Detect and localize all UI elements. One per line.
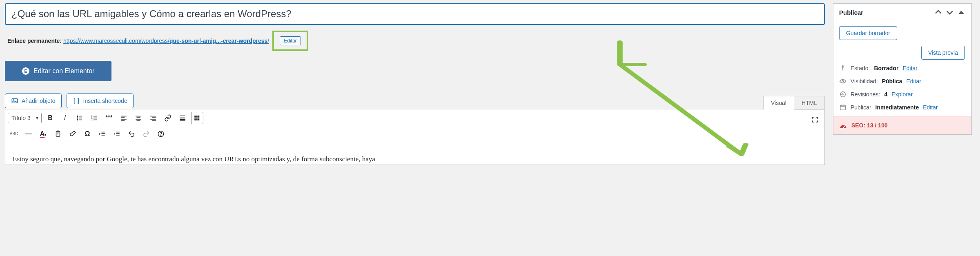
align-center-button[interactable]	[132, 112, 145, 124]
publish-date-value: inmediatamente	[875, 104, 919, 111]
outdent-button[interactable]	[96, 128, 108, 140]
align-center-icon	[135, 114, 142, 122]
svg-rect-34	[194, 117, 196, 118]
text-color-letter: A	[40, 130, 45, 138]
eraser-icon	[69, 130, 76, 138]
strikethrough-button[interactable]: ABC	[8, 128, 20, 140]
panel-collapse-button[interactable]	[957, 8, 966, 17]
editor-tabs: Visual HTML	[5, 96, 825, 110]
toolbar-toggle-button[interactable]	[191, 112, 203, 124]
seo-score-bar: SEO: 13 / 100	[833, 116, 971, 134]
visibility-edit-link[interactable]: Editar	[906, 78, 921, 85]
save-draft-button[interactable]: Guardar borrador	[839, 26, 897, 40]
svg-rect-38	[196, 119, 198, 120]
publish-date-row: Publicar inmediatamente Editar	[839, 104, 966, 111]
svg-rect-27	[180, 117, 185, 118]
hr-button[interactable]: —	[22, 128, 35, 140]
chevron-up-icon	[934, 8, 943, 17]
undo-button[interactable]	[125, 128, 138, 140]
svg-rect-28	[180, 118, 185, 119]
panel-move-up-button[interactable]	[934, 8, 943, 17]
status-value: Borrador	[874, 65, 898, 71]
permalink-edit-button[interactable]: Editar	[280, 36, 301, 45]
panel-move-down-button[interactable]	[945, 8, 954, 17]
indent-icon	[113, 130, 120, 138]
clear-formatting-button[interactable]	[67, 128, 79, 140]
svg-rect-11	[94, 118, 97, 118]
publish-panel: Publicar Guardar borrador Vista prev	[833, 3, 972, 135]
svg-point-2	[77, 116, 78, 117]
svg-rect-7	[79, 120, 82, 120]
svg-rect-19	[137, 117, 140, 118]
bullet-list-button[interactable]	[74, 112, 86, 124]
permalink-slug: que-son-url-amig...-crear-wordpress	[169, 38, 267, 44]
elementor-icon: E	[22, 67, 29, 75]
paste-text-button[interactable]: T	[52, 128, 64, 140]
status-edit-link[interactable]: Editar	[902, 65, 918, 71]
permalink-row: Enlace permanente: https://www.marcossec…	[7, 31, 825, 51]
tab-html[interactable]: HTML	[794, 96, 825, 110]
strike-label: ABC	[8, 131, 20, 136]
svg-rect-16	[121, 119, 127, 120]
insert-link-button[interactable]	[162, 112, 174, 124]
svg-rect-48	[116, 135, 120, 136]
numbered-list-button[interactable]: 123	[88, 112, 100, 124]
blockquote-button[interactable]: ““	[103, 112, 115, 124]
permalink-link[interactable]: https://www.marcosseculi.com/wordpress/q…	[63, 38, 269, 44]
post-title-input[interactable]	[5, 3, 825, 25]
svg-rect-24	[150, 119, 156, 120]
fullscreen-icon	[811, 116, 819, 123]
align-right-icon	[149, 114, 157, 122]
triangle-up-icon	[957, 8, 966, 17]
publish-panel-title: Publicar	[839, 9, 863, 16]
editor-wrap: Visual HTML Título 3 B I 123	[5, 96, 825, 165]
indent-button[interactable]	[111, 128, 123, 140]
tab-visual[interactable]: Visual	[763, 96, 794, 110]
bullet-list-icon	[76, 114, 83, 122]
align-right-button[interactable]	[147, 112, 159, 124]
link-icon	[164, 114, 172, 122]
help-button[interactable]	[155, 128, 167, 140]
svg-rect-35	[196, 117, 198, 118]
redo-button[interactable]	[140, 128, 152, 140]
editor-toolbar-row2: ABC — A ▾ T Ω	[5, 126, 825, 142]
format-select[interactable]: Título 3	[8, 113, 42, 123]
seo-gauge-icon	[839, 121, 847, 129]
svg-rect-31	[194, 116, 196, 117]
toolbar-toggle-icon	[194, 114, 201, 122]
bold-button[interactable]: B	[44, 112, 56, 124]
svg-rect-33	[198, 116, 199, 117]
visibility-label: Visibilidad:	[851, 78, 878, 85]
preview-button[interactable]: Vista previa	[921, 46, 965, 60]
special-char-button[interactable]: Ω	[81, 128, 94, 140]
pin-icon	[839, 65, 846, 72]
permalink-base: https://www.marcosseculi.com/wordpress/	[63, 38, 169, 44]
eye-icon	[839, 78, 846, 85]
svg-rect-14	[121, 116, 127, 117]
revisions-explore-link[interactable]: Explorar	[891, 91, 913, 98]
svg-rect-39	[198, 119, 199, 120]
editor-content[interactable]: Estoy seguro que, navegando por Google, …	[5, 142, 825, 165]
edit-with-elementor-button[interactable]: E Editar con Elementor	[5, 61, 111, 81]
svg-rect-15	[121, 117, 125, 118]
clipboard-icon: T	[54, 130, 62, 138]
text-color-button[interactable]: A ▾	[37, 128, 49, 140]
svg-rect-52	[840, 105, 846, 110]
svg-rect-32	[196, 116, 198, 117]
status-row: Estado: Borrador Editar	[839, 65, 966, 72]
insert-readmore-button[interactable]	[176, 112, 189, 124]
publish-date-edit-link[interactable]: Editar	[923, 104, 938, 111]
italic-button[interactable]: I	[59, 112, 71, 124]
svg-rect-37	[194, 119, 196, 120]
svg-rect-5	[79, 118, 82, 118]
align-left-button[interactable]	[118, 112, 130, 124]
svg-rect-45	[102, 135, 105, 136]
svg-point-6	[77, 119, 78, 120]
revisions-row: Revisiones: 4 Explorar	[839, 91, 966, 98]
svg-rect-43	[102, 132, 105, 133]
svg-point-4	[77, 117, 78, 118]
fullscreen-button[interactable]	[809, 114, 821, 126]
permalink-edit-highlight: Editar	[272, 31, 308, 51]
svg-rect-30	[180, 120, 185, 121]
history-icon	[839, 91, 846, 98]
